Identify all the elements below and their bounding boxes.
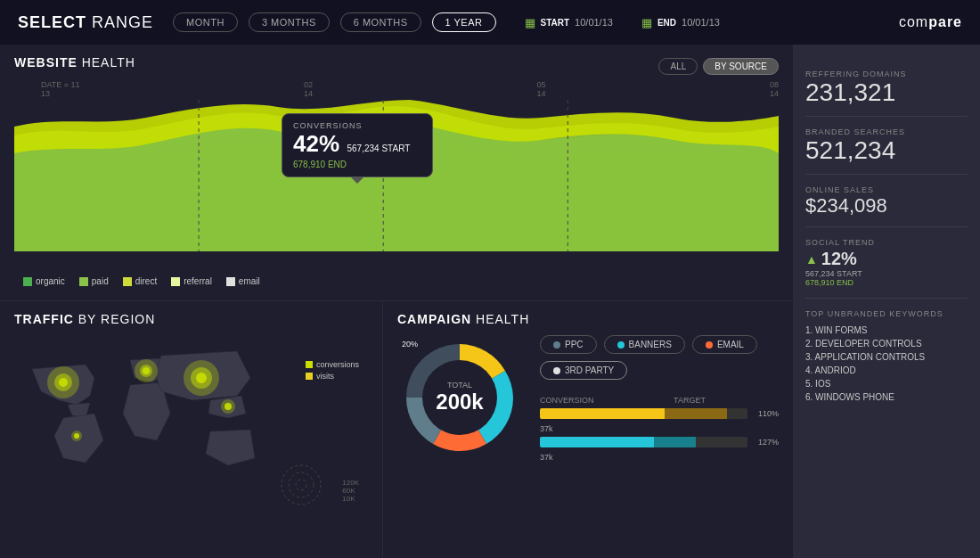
header: SELECT RANGE MONTH 3 MONTHS 6 MONTHS 1 Y… [0,0,980,45]
email-tag[interactable]: EMAIL [692,335,757,354]
date-label-2: 0514 [537,80,546,98]
trend-up-icon: ▲ [805,252,818,267]
organic-dot [23,277,32,286]
referring-domains-block: REFFERING DOMAINS 231,321 [805,59,968,117]
visits-legend: visits [306,372,359,381]
referral-dot [171,277,180,286]
calendar-start-icon: ▦ [525,16,535,29]
filter-all-button[interactable]: ALL [658,58,698,75]
third-party-tag[interactable]: 3RD PARTY [540,361,627,380]
filter-buttons: ALL BY SOURCE [658,58,779,75]
start-date-value: 10/01/13 [575,17,613,28]
svg-point-17 [289,472,314,497]
target-fill-2 [654,437,696,447]
right-panel: REFFERING DOMAINS 231,321 BRANDED SEARCH… [793,45,980,558]
progress-row-1: 110% [540,408,779,419]
donut-center: TOTAL 200k [436,381,483,414]
svg-point-8 [143,367,150,374]
target-pct: 127% [758,438,779,447]
date-label-3: 0814 [770,80,779,98]
bottom-sections: TRAFFIC BY REGION [0,300,793,558]
svg-point-11 [196,373,207,383]
calendar-end-icon: ▦ [641,16,652,29]
keyword-item: 2. DEVELOPER CONTROLS [805,337,968,350]
website-health-section: WEBSITE HEALTH ALL BY SOURCE DATE = 1113… [0,45,793,300]
direct-dot [123,277,132,286]
third-party-dot [553,367,560,374]
legend-referral: referral [171,276,212,286]
date-label-1: 0214 [304,80,313,98]
date-label-0: DATE = 1113 [41,80,80,98]
keyword-item: 1. WIN FORMS [805,324,968,337]
social-trend-block: SOCIAL TREND ▲ 12% 567,234 START 678,910… [805,227,968,299]
legend-email: email [226,276,260,286]
range-1year-button[interactable]: 1 YEAR [432,12,496,32]
tooltip-end: 678,910 END [293,160,421,169]
paid-dot [79,277,88,286]
keyword-item: 5. IOS [805,377,968,390]
branded-searches-block: BRANDED SEARCHES 521,234 [805,117,968,175]
target-fill-1 [540,437,654,447]
scale-indicator: 120K 60K 10K [342,479,359,503]
end-date-value: 10/01/13 [682,17,720,28]
conversions-legend: conversions [306,360,359,369]
svg-point-13 [225,403,232,410]
online-sales-block: ONLINE SALES $234,098 [805,175,968,227]
traffic-legend: conversions visits [306,360,359,383]
ppc-tag[interactable]: PPC [540,335,597,354]
conversion-bar [540,408,747,419]
filter-source-button[interactable]: BY SOURCE [703,58,779,75]
campaign-right: PPC BANNERS EMAIL [540,335,779,462]
legend-organic: organic [23,276,65,286]
traffic-title: TRAFFIC BY REGION [14,312,368,326]
ppc-dot [553,341,560,349]
referring-value: 231,321 [805,80,968,105]
conversion-fill-1 [540,408,665,419]
progress-header-row: CONVERSION TARGET [540,396,779,405]
svg-point-18 [296,480,306,490]
keyword-item: 4. ANDRIOD [805,364,968,377]
scale-circles-svg [279,463,323,507]
date-end-section: ▦ END 10/01/13 [641,16,720,29]
campaign-tags: PPC BANNERS EMAIL [540,335,779,380]
donut-chart: 20% TOTAL 200k [397,335,522,460]
banners-dot [617,341,625,349]
chart-date-row: DATE = 1113 0214 0514 0814 [14,80,779,100]
range-3months-button[interactable]: 3 MONTHS [249,12,330,32]
chart-legend: organic paid direct referral email [14,269,779,293]
banners-tag[interactable]: BANNERS [604,335,685,354]
conversion-pct: 110% [758,409,779,418]
donut-20pct-label: 20% [402,340,418,349]
keyword-item: 6. WINDOWS PHONE [805,390,968,404]
svg-point-16 [282,465,321,505]
main-layout: WEBSITE HEALTH ALL BY SOURCE DATE = 1113… [0,45,980,558]
keyword-item: 3. APPLICATION CONTROLS [805,350,968,364]
progress-row-2: 127% [540,437,779,447]
social-trend: ▲ 12% [805,249,968,269]
visits-dot [306,373,313,380]
conversion-labels: 37k [540,424,779,433]
conversion-fill-2 [665,408,727,419]
compare-button[interactable]: compare [899,14,962,30]
world-map: conversions visits 120K 60K 10K [14,333,368,512]
date-start-section: ▦ START 10/01/13 [525,16,613,29]
chart-header: WEBSITE HEALTH ALL BY SOURCE [14,55,779,77]
keywords-list: 1. WIN FORMS2. DEVELOPER CONTROLS3. APPL… [805,324,968,404]
legend-direct: direct [123,276,157,286]
app-title: SELECT RANGE [18,13,153,32]
svg-point-5 [59,378,68,387]
legend-paid: paid [79,276,109,286]
range-month-button[interactable]: MONTH [173,12,238,32]
website-health-title: WEBSITE HEALTH [14,55,135,70]
area-chart: CONVERSIONS 42% 567,234 START 678,910 EN… [14,100,779,269]
range-6months-button[interactable]: 6 MONTHS [340,12,421,32]
campaign-health-section: CAMPAIGN HEALTH [383,300,793,558]
map-svg [14,333,282,494]
svg-point-15 [74,433,79,439]
left-panel: WEBSITE HEALTH ALL BY SOURCE DATE = 1113… [0,45,793,558]
chart-tooltip: CONVERSIONS 42% 567,234 START 678,910 EN… [282,113,433,177]
campaign-content: 20% TOTAL 200k PPC [397,335,779,462]
target-bar [540,437,747,447]
email-dot [706,341,713,349]
campaign-title: CAMPAIGN HEALTH [397,312,779,326]
